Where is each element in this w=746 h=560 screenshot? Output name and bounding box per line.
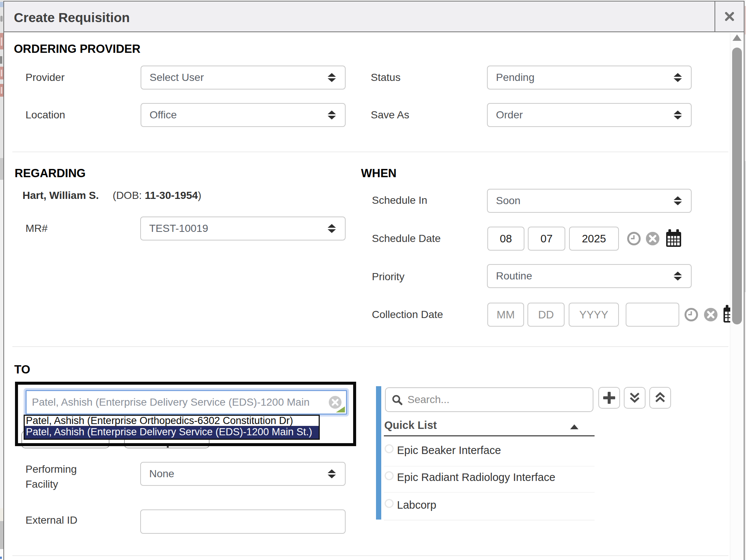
hidden-button-text-fragment: [167, 444, 169, 448]
directory-accent-bar: [376, 386, 381, 520]
schedule-date-day-input[interactable]: [528, 227, 565, 251]
provider-select[interactable]: Select User: [141, 66, 346, 90]
collapse-all-button[interactable]: [649, 387, 671, 409]
page-fragment-14: [0, 521, 3, 549]
page-fragment-18: [745, 6, 746, 34]
section-when-heading: WHEN: [361, 167, 397, 180]
quick-list-separator-2: [384, 520, 595, 520]
performing-facility-label: Performing Facility: [25, 462, 77, 492]
save-as-select-value: Order: [496, 109, 523, 121]
quick-list-radio-0[interactable]: [385, 444, 394, 453]
quick-list-item-0[interactable]: Epic Beaker Interface: [397, 444, 501, 457]
location-select[interactable]: Office: [141, 103, 346, 127]
page-fragment-5: [1, 37, 2, 46]
page-fragment-12: [0, 180, 3, 508]
page-fragment-21: [745, 292, 746, 560]
page-fragment-2: [0, 2, 3, 7]
mr-label: MR#: [25, 222, 48, 235]
add-recipient-button[interactable]: [598, 387, 620, 409]
double-chevron-down-icon: [628, 391, 641, 404]
dob-prefix: (DOB:: [113, 190, 145, 201]
recipient-suggestion-1[interactable]: Patel, Ashish (Enterprise Delivery Servi…: [25, 426, 319, 439]
patient-name: Hart, William S.: [22, 190, 99, 201]
priority-select[interactable]: Routine: [487, 264, 692, 288]
page-fragment-17: [745, 0, 746, 6]
page-fragment-11: [0, 158, 3, 180]
scrollbar-thumb[interactable]: [732, 48, 742, 324]
quick-list-separator-1: [384, 492, 595, 493]
collection-date-time-icon[interactable]: [685, 308, 698, 321]
external-id-input[interactable]: [140, 509, 346, 534]
quick-list-separator-0: [384, 466, 595, 466]
directory-search-input[interactable]: [407, 388, 590, 411]
page-fragment-10: [1, 87, 2, 94]
schedule-date-time-icon[interactable]: [627, 232, 641, 245]
directory-search-box: [385, 387, 593, 412]
recipient-suggestion-0[interactable]: Patel, Ashish (Enterprise Orthopedics-63…: [25, 416, 319, 426]
location-label: Location: [25, 109, 65, 121]
priority-select-caret-icon: [674, 272, 682, 281]
collection-date-label: Collection Date: [372, 308, 443, 321]
priority-label: Priority: [372, 270, 404, 283]
schedule-date-year-input[interactable]: [569, 227, 619, 251]
schedule-date-calendar-icon[interactable]: [666, 229, 682, 247]
schedule-in-select[interactable]: Soon: [487, 189, 692, 213]
page-fragment-3: [0, 16, 3, 22]
mr-select[interactable]: TEST-10019: [140, 217, 346, 240]
provider-select-caret-icon: [328, 73, 336, 82]
scrollbar-up-arrow-icon[interactable]: [733, 34, 742, 41]
page-fragment-20: [745, 161, 746, 292]
divider-3: [12, 556, 728, 556]
schedule-in-label: Schedule In: [372, 194, 427, 207]
save-as-select-caret-icon: [674, 111, 682, 119]
schedule-in-select-value: Soon: [496, 195, 520, 207]
recipient-input-wrap: [25, 390, 347, 415]
close-icon: [725, 12, 734, 21]
page-fragment-16: [0, 557, 2, 559]
status-select[interactable]: Pending: [487, 66, 692, 90]
performing-facility-select[interactable]: None: [140, 462, 346, 486]
recipient-input[interactable]: [27, 391, 346, 414]
quick-list-underline: [384, 435, 595, 436]
quick-list-item-1[interactable]: Epic Radiant Radiology Interface: [397, 471, 555, 484]
section-regarding-heading: REGARDING: [15, 167, 85, 180]
quick-list-item-2[interactable]: Labcorp: [397, 499, 436, 511]
page-fragment-19: [745, 34, 746, 161]
collection-time-input[interactable]: [626, 303, 679, 327]
performing-facility-select-caret-icon: [328, 469, 336, 478]
priority-select-value: Routine: [496, 270, 532, 282]
collection-date-calendar-icon[interactable]: [723, 305, 730, 323]
recipient-suggestion-list: Patel, Ashish (Enterprise Orthopedics-63…: [24, 415, 320, 440]
patient-line: Hart, William S.(DOB: 11-30-1954): [22, 189, 201, 202]
page-fragment-13: [0, 508, 3, 521]
collection-date-year-input[interactable]: [569, 303, 619, 327]
quick-list-radio-2[interactable]: [385, 499, 394, 508]
divider-2: [12, 346, 728, 347]
plus-icon: [602, 391, 616, 405]
status-select-caret-icon: [674, 73, 682, 82]
quick-list-heading: Quick List: [384, 418, 437, 432]
location-select-caret-icon: [328, 111, 336, 119]
divider-1: [12, 152, 728, 152]
schedule-date-label: Schedule Date: [372, 232, 441, 245]
collection-date-day-input[interactable]: [527, 303, 565, 327]
collection-date-month-input[interactable]: [487, 303, 524, 327]
mr-select-value: TEST-10019: [149, 223, 208, 234]
quick-list-collapse-icon[interactable]: [570, 424, 578, 429]
schedule-date-clear-icon[interactable]: [646, 232, 659, 245]
schedule-date-month-input[interactable]: [487, 227, 524, 251]
double-chevron-up-icon: [654, 391, 667, 404]
collection-date-clear-icon[interactable]: [704, 308, 718, 321]
performing-facility-select-value: None: [149, 468, 174, 480]
close-button[interactable]: [715, 1, 744, 31]
external-id-label: External ID: [25, 514, 78, 527]
save-as-select[interactable]: Order: [487, 103, 692, 127]
page-fragment-8: [1, 70, 2, 76]
save-as-label: Save As: [371, 109, 409, 121]
status-label: Status: [371, 71, 400, 84]
screen: Create Requisition ORDERING PROVIDER Pro…: [0, 0, 746, 560]
quick-list-radio-1[interactable]: [385, 471, 394, 480]
expand-all-button[interactable]: [624, 387, 646, 409]
section-ordering-provider-heading: ORDERING PROVIDER: [14, 42, 141, 56]
location-select-value: Office: [150, 109, 177, 121]
